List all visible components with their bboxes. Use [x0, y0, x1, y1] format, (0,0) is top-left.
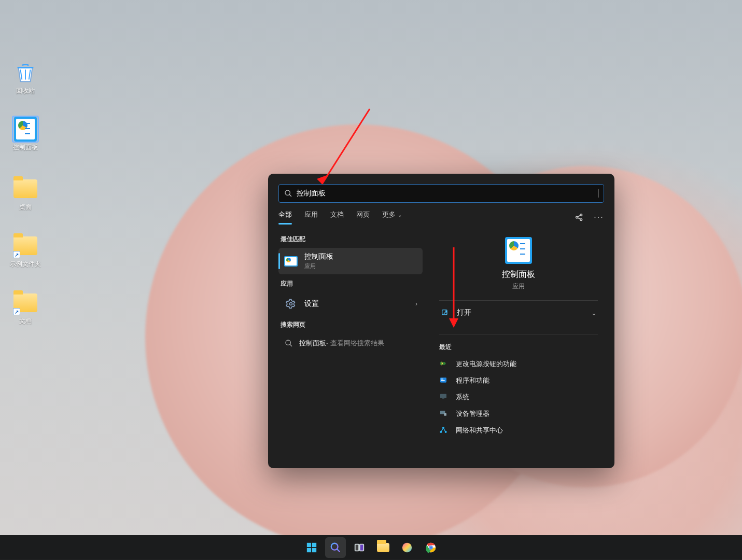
desktop-icon-folder-shortcut[interactable]: ↗ 示例文件夹 [5, 233, 46, 268]
chevron-right-icon: › [415, 300, 417, 307]
app-result-settings[interactable]: 设置 › [278, 292, 423, 315]
search-icon [285, 339, 293, 347]
more-options-icon[interactable]: ··· [594, 212, 604, 222]
desktop[interactable]: 回收站 控制面板 桌面 ↗ 示例文件夹 ↗ 文档 全部 应用 文档 网 [0, 0, 742, 560]
section-web: 搜索网页 [281, 320, 421, 329]
svg-point-38 [429, 546, 432, 549]
desktop-icon-folder-shortcut[interactable]: ↗ 文档 [5, 290, 46, 325]
chevron-down-icon[interactable]: ⌄ [591, 309, 597, 317]
desktop-icon-folder[interactable]: 桌面 [5, 176, 46, 211]
svg-point-7 [290, 303, 292, 305]
desktop-icon-control-panel[interactable]: 控制面板 [5, 117, 46, 151]
start-search-panel: 全部 应用 文档 网页 更多 ⌄ ··· 最佳匹配 控制面板 应用 应 [268, 174, 614, 468]
taskbar-explorer[interactable] [373, 537, 394, 558]
preview-subtitle: 应用 [439, 282, 598, 291]
gear-icon [284, 297, 298, 311]
control-panel-icon [13, 117, 38, 142]
recent-item[interactable]: 程序和功能 [439, 372, 598, 389]
svg-rect-34 [359, 544, 363, 551]
svg-rect-27 [306, 543, 311, 547]
taskbar [0, 535, 742, 560]
divider [439, 334, 598, 334]
svg-point-39 [429, 546, 432, 549]
folder-icon [377, 543, 389, 552]
svg-line-5 [578, 215, 580, 217]
open-label: 打开 [457, 308, 471, 317]
open-icon [440, 308, 450, 317]
taskbar-copilot[interactable] [397, 537, 417, 558]
open-action[interactable]: 打开 ⌄ [439, 301, 598, 325]
svg-rect-16 [440, 394, 446, 398]
preview-title: 控制面板 [439, 269, 598, 280]
desktop-icon-label: 文档 [5, 317, 46, 325]
search-input[interactable] [297, 189, 598, 198]
taskbar-start[interactable] [301, 537, 322, 558]
recent-label: 更改电源按钮的功能 [456, 359, 516, 369]
recycle-bin-icon [13, 60, 38, 85]
tab-web[interactable]: 网页 [356, 210, 370, 225]
taskbar-taskview[interactable] [349, 537, 370, 558]
section-apps: 应用 [281, 279, 421, 288]
svg-point-35 [402, 543, 411, 552]
search-box[interactable] [278, 184, 604, 203]
result-subtitle: 应用 [304, 262, 333, 270]
programs-icon [439, 376, 449, 385]
preview-pane: 控制面板 应用 打开 ⌄ 最近 更改电源按钮的功能 [426, 230, 607, 467]
taskbar-search[interactable] [325, 537, 346, 558]
svg-line-6 [578, 218, 580, 219]
tab-apps[interactable]: 应用 [304, 210, 318, 225]
svg-rect-14 [441, 379, 443, 379]
svg-line-32 [337, 549, 340, 552]
share-icon[interactable] [574, 212, 584, 222]
search-tabs: 全部 应用 文档 网页 更多 ⌄ ··· [268, 203, 614, 225]
svg-line-1 [289, 194, 291, 197]
svg-line-9 [290, 344, 292, 346]
desktop-icon-label: 控制面板 [5, 144, 46, 151]
svg-point-22 [443, 427, 444, 429]
recent-item[interactable]: 更改电源按钮的功能 [439, 356, 598, 372]
best-match-result[interactable]: 控制面板 应用 [278, 248, 423, 274]
text-cursor [598, 189, 598, 198]
folder-icon: ↗ [13, 290, 38, 315]
recent-item[interactable]: 设备管理器 [439, 405, 598, 422]
svg-rect-28 [312, 543, 316, 547]
web-hint: - 查看网络搜索结果 [326, 339, 384, 348]
search-results-column: 最佳匹配 控制面板 应用 应用 设置 › 搜索网页 [275, 230, 426, 467]
recent-item[interactable]: 网络和共享中心 [439, 422, 598, 439]
svg-rect-19 [444, 413, 446, 416]
power-icon [439, 359, 449, 369]
tab-documents[interactable]: 文档 [330, 210, 344, 225]
folder-icon: ↗ [13, 233, 38, 258]
recent-item[interactable]: 系统 [439, 389, 598, 405]
device-manager-icon [439, 409, 449, 418]
svg-rect-15 [441, 380, 445, 381]
web-search-result[interactable]: 控制面板 - 查看网络搜索结果 [278, 333, 423, 353]
shortcut-arrow-icon: ↗ [13, 308, 20, 315]
svg-rect-29 [306, 548, 311, 552]
svg-rect-33 [355, 544, 358, 551]
svg-point-31 [331, 543, 338, 550]
network-icon [439, 426, 449, 435]
recent-label: 设备管理器 [456, 409, 489, 418]
desktop-icon-label: 示例文件夹 [5, 260, 46, 268]
svg-point-36 [426, 543, 435, 552]
svg-rect-17 [442, 398, 444, 399]
svg-rect-12 [445, 363, 445, 365]
tab-more[interactable]: 更多 ⌄ [382, 210, 402, 225]
result-title: 控制面板 [304, 252, 333, 261]
recent-label: 网络和共享中心 [456, 426, 503, 435]
recent-label: 系统 [456, 393, 469, 402]
desktop-icon-recycle-bin[interactable]: 回收站 [5, 60, 46, 94]
tab-all[interactable]: 全部 [278, 210, 292, 225]
chevron-down-icon: ⌄ [398, 212, 402, 218]
svg-point-8 [286, 340, 290, 345]
desktop-icon-label: 回收站 [5, 87, 46, 94]
web-query: 控制面板 [299, 339, 326, 348]
shortcut-arrow-icon: ↗ [13, 251, 20, 258]
desktop-icon-label: 桌面 [5, 203, 46, 211]
system-icon [439, 393, 449, 402]
svg-rect-30 [312, 548, 316, 552]
recent-label: 程序和功能 [456, 376, 489, 385]
result-title: 设置 [304, 299, 319, 309]
taskbar-chrome[interactable] [421, 537, 441, 558]
